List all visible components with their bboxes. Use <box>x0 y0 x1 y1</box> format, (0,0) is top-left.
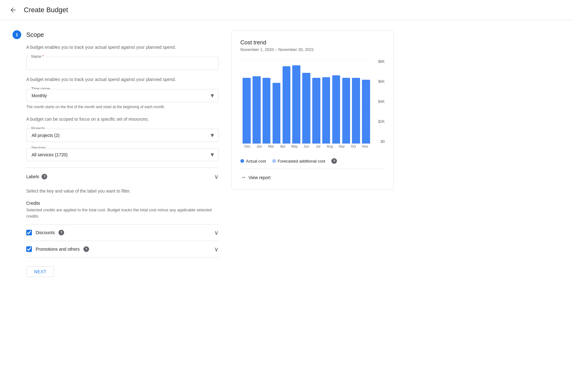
name-input[interactable] <box>26 57 219 70</box>
chart-bar <box>292 65 300 143</box>
chart-bar <box>253 76 260 143</box>
chart-bar-col <box>311 59 321 143</box>
chart-bar-col <box>252 59 262 143</box>
chart-bar <box>243 78 250 143</box>
chart-x-label: May <box>289 144 301 153</box>
chart-x-label: Dec <box>242 144 253 153</box>
chart-bar <box>332 75 340 143</box>
cost-trend-date: November 1, 2020 – November 30, 2021 <box>240 47 385 52</box>
cost-trend-chart: $8K $6K $4K $2K $0 DecJanMarAprMayJunJul… <box>240 59 385 153</box>
y-label-0: $0 <box>381 139 385 144</box>
chart-bar-col <box>242 59 252 143</box>
labels-help-icon[interactable]: ? <box>42 174 47 179</box>
legend-actual-dot <box>240 159 244 163</box>
discounts-chevron-icon: ∨ <box>214 229 219 236</box>
back-button[interactable] <box>8 4 19 16</box>
chart-bar <box>312 78 320 143</box>
chart-x-label: Jun <box>300 144 312 153</box>
scope-description1: A budget enables you to track your actua… <box>26 44 219 51</box>
credits-description: Selected credits are applied to the tota… <box>26 207 219 219</box>
view-report-arrow-icon: → <box>240 174 246 181</box>
cost-trend-title: Cost trend <box>240 39 385 46</box>
y-label-8k: $8K <box>378 59 385 64</box>
time-range-field: Time range Monthly ▼ The month starts on… <box>26 89 219 110</box>
time-range-select-wrapper: Monthly ▼ <box>26 89 219 102</box>
chart-bar <box>263 78 270 143</box>
chart-bar-col <box>301 59 311 143</box>
view-report-link[interactable]: → View report <box>240 169 385 181</box>
right-panel: Cost trend November 1, 2020 – November 3… <box>231 30 394 190</box>
chart-bars-area <box>240 59 372 144</box>
chart-x-label: Jan <box>253 144 265 153</box>
name-label: Name * <box>30 54 45 59</box>
step-circle: 1 <box>13 30 21 39</box>
name-field-wrapper: Name * <box>26 57 219 70</box>
discounts-row: Discounts ? ∨ <box>26 224 219 241</box>
discounts-checkbox[interactable] <box>26 230 32 235</box>
discounts-help-icon[interactable]: ? <box>58 230 64 235</box>
chart-legend: Actual cost Forecasted additional cost ? <box>240 158 385 164</box>
labels-section[interactable]: Labels ? ∨ <box>26 168 219 185</box>
chart-x-label: Aug <box>324 144 336 153</box>
chart-y-labels: $8K $6K $4K $2K $0 <box>374 59 385 144</box>
chart-bar <box>322 77 330 144</box>
services-select-wrapper: All services (1720) ▼ <box>26 148 219 161</box>
y-label-4k: $4K <box>378 99 385 104</box>
chart-bar-col <box>291 59 301 143</box>
chart-x-label: Oct <box>348 144 359 153</box>
chart-bar <box>273 83 280 143</box>
chart-bar-col <box>321 59 331 143</box>
projects-field: Projects All projects (2) ▼ <box>26 129 219 142</box>
services-field: Services All services (1720) ▼ <box>26 148 219 161</box>
promotions-label: Promotions and others ? <box>26 246 89 252</box>
chart-bar-col <box>351 59 361 143</box>
view-report-label: View report <box>248 175 271 180</box>
services-select[interactable]: All services (1720) <box>26 148 219 161</box>
labels-chevron-icon: ∨ <box>214 173 219 180</box>
chart-bar <box>342 78 350 143</box>
chart-x-labels: DecJanMarAprMayJunJulAugSepOctNov <box>240 144 372 153</box>
labels-hint: Select the key and value of the label yo… <box>26 188 219 194</box>
credits-section: Credits Selected credits are applied to … <box>26 201 219 258</box>
legend-forecast: Forecasted additional cost <box>272 159 325 163</box>
projects-select-wrapper: All projects (2) ▼ <box>26 129 219 142</box>
legend-actual: Actual cost <box>240 159 266 163</box>
projects-select[interactable]: All projects (2) <box>26 129 219 142</box>
time-range-select[interactable]: Monthly <box>26 89 219 102</box>
chart-bar-col <box>262 59 272 143</box>
page-header: Create Budget <box>0 0 572 20</box>
chart-bar <box>352 78 360 143</box>
labels-title: Labels <box>26 174 39 179</box>
chart-x-label: Nov <box>359 144 371 153</box>
promotions-chevron-icon: ∨ <box>214 245 219 253</box>
chart-bar-col <box>341 59 351 143</box>
promotions-help-icon[interactable]: ? <box>83 246 89 252</box>
chart-bar-col <box>281 59 291 143</box>
legend-forecast-label: Forecasted additional cost <box>278 159 325 163</box>
y-label-6k: $6K <box>378 79 385 84</box>
time-range-hint: The month starts on the first of the mon… <box>26 104 219 110</box>
scope-title: Scope <box>26 31 44 38</box>
chart-x-label: Jul <box>312 144 324 153</box>
chart-bar <box>362 80 370 143</box>
scope-resources-text: A budget can be scoped to focus on a spe… <box>26 116 219 123</box>
legend-forecast-dot <box>272 159 276 163</box>
scope-body: A budget enables you to track your actua… <box>26 44 219 277</box>
legend-help-icon[interactable]: ? <box>331 158 337 164</box>
discounts-label: Discounts ? <box>26 230 64 235</box>
labels-title-wrapper: Labels ? <box>26 174 47 179</box>
promotions-checkbox[interactable] <box>26 246 32 252</box>
next-button[interactable]: NEXT <box>26 266 54 277</box>
main-content: 1 Scope A budget enables you to track yo… <box>0 20 406 287</box>
promotions-row: Promotions and others ? ∨ <box>26 241 219 258</box>
chart-bar <box>283 66 290 143</box>
chart-bar <box>302 73 310 143</box>
chart-bar-col <box>331 59 341 143</box>
y-label-2k: $2K <box>378 119 385 124</box>
left-panel: 1 Scope A budget enables you to track yo… <box>13 30 219 277</box>
chart-x-label: Mar <box>265 144 277 153</box>
credits-title: Credits <box>26 201 219 206</box>
chart-x-label: Sep <box>336 144 348 153</box>
chart-x-label: Apr <box>277 144 289 153</box>
page-title: Create Budget <box>24 6 68 14</box>
